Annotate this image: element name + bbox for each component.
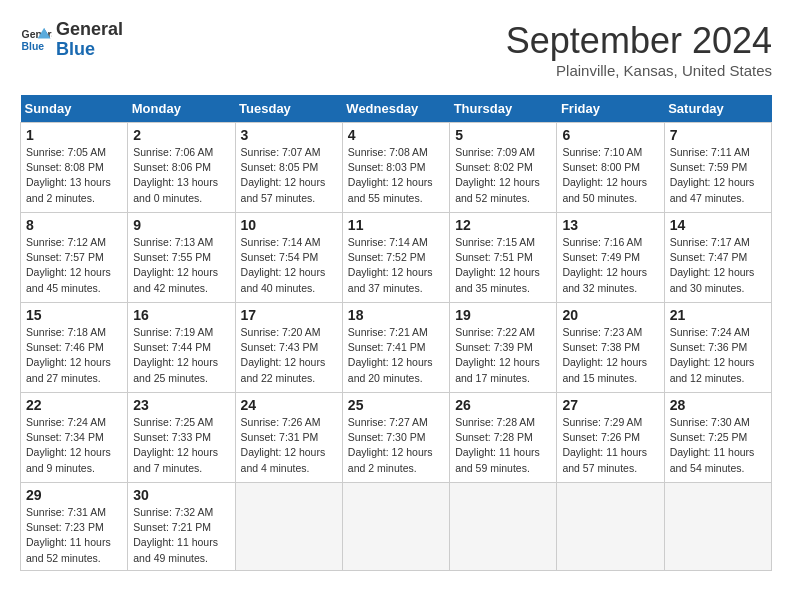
day-number: 5 bbox=[455, 127, 551, 143]
table-row: 18Sunrise: 7:21 AMSunset: 7:41 PMDayligh… bbox=[342, 303, 449, 393]
day-number: 20 bbox=[562, 307, 658, 323]
day-number: 28 bbox=[670, 397, 766, 413]
table-row: 12Sunrise: 7:15 AMSunset: 7:51 PMDayligh… bbox=[450, 213, 557, 303]
table-row: 22Sunrise: 7:24 AMSunset: 7:34 PMDayligh… bbox=[21, 393, 128, 483]
cell-info: Sunrise: 7:10 AMSunset: 8:00 PMDaylight:… bbox=[562, 146, 647, 204]
table-row: 20Sunrise: 7:23 AMSunset: 7:38 PMDayligh… bbox=[557, 303, 664, 393]
col-saturday: Saturday bbox=[664, 95, 771, 123]
table-row: 24Sunrise: 7:26 AMSunset: 7:31 PMDayligh… bbox=[235, 393, 342, 483]
cell-info: Sunrise: 7:12 AMSunset: 7:57 PMDaylight:… bbox=[26, 236, 111, 294]
table-row: 26Sunrise: 7:28 AMSunset: 7:28 PMDayligh… bbox=[450, 393, 557, 483]
table-row: 23Sunrise: 7:25 AMSunset: 7:33 PMDayligh… bbox=[128, 393, 235, 483]
day-number: 2 bbox=[133, 127, 229, 143]
calendar-row: 15Sunrise: 7:18 AMSunset: 7:46 PMDayligh… bbox=[21, 303, 772, 393]
day-number: 12 bbox=[455, 217, 551, 233]
table-row bbox=[450, 483, 557, 571]
logo-blue: Blue bbox=[56, 40, 123, 60]
day-number: 26 bbox=[455, 397, 551, 413]
table-row: 6Sunrise: 7:10 AMSunset: 8:00 PMDaylight… bbox=[557, 123, 664, 213]
day-number: 8 bbox=[26, 217, 122, 233]
day-number: 11 bbox=[348, 217, 444, 233]
calendar-header-row: Sunday Monday Tuesday Wednesday Thursday… bbox=[21, 95, 772, 123]
cell-info: Sunrise: 7:13 AMSunset: 7:55 PMDaylight:… bbox=[133, 236, 218, 294]
table-row: 27Sunrise: 7:29 AMSunset: 7:26 PMDayligh… bbox=[557, 393, 664, 483]
table-row bbox=[557, 483, 664, 571]
day-number: 23 bbox=[133, 397, 229, 413]
cell-info: Sunrise: 7:27 AMSunset: 7:30 PMDaylight:… bbox=[348, 416, 433, 474]
table-row: 7Sunrise: 7:11 AMSunset: 7:59 PMDaylight… bbox=[664, 123, 771, 213]
col-thursday: Thursday bbox=[450, 95, 557, 123]
day-number: 24 bbox=[241, 397, 337, 413]
cell-info: Sunrise: 7:11 AMSunset: 7:59 PMDaylight:… bbox=[670, 146, 755, 204]
cell-info: Sunrise: 7:06 AMSunset: 8:06 PMDaylight:… bbox=[133, 146, 218, 204]
cell-info: Sunrise: 7:20 AMSunset: 7:43 PMDaylight:… bbox=[241, 326, 326, 384]
calendar-row: 22Sunrise: 7:24 AMSunset: 7:34 PMDayligh… bbox=[21, 393, 772, 483]
day-number: 16 bbox=[133, 307, 229, 323]
month-title: September 2024 bbox=[506, 20, 772, 62]
table-row: 14Sunrise: 7:17 AMSunset: 7:47 PMDayligh… bbox=[664, 213, 771, 303]
table-row: 5Sunrise: 7:09 AMSunset: 8:02 PMDaylight… bbox=[450, 123, 557, 213]
cell-info: Sunrise: 7:32 AMSunset: 7:21 PMDaylight:… bbox=[133, 506, 218, 564]
table-row: 8Sunrise: 7:12 AMSunset: 7:57 PMDaylight… bbox=[21, 213, 128, 303]
day-number: 18 bbox=[348, 307, 444, 323]
day-number: 10 bbox=[241, 217, 337, 233]
svg-text:Blue: Blue bbox=[22, 40, 45, 51]
title-block: September 2024 Plainville, Kansas, Unite… bbox=[506, 20, 772, 79]
table-row: 9Sunrise: 7:13 AMSunset: 7:55 PMDaylight… bbox=[128, 213, 235, 303]
cell-info: Sunrise: 7:21 AMSunset: 7:41 PMDaylight:… bbox=[348, 326, 433, 384]
table-row: 4Sunrise: 7:08 AMSunset: 8:03 PMDaylight… bbox=[342, 123, 449, 213]
table-row: 16Sunrise: 7:19 AMSunset: 7:44 PMDayligh… bbox=[128, 303, 235, 393]
day-number: 6 bbox=[562, 127, 658, 143]
table-row: 29Sunrise: 7:31 AMSunset: 7:23 PMDayligh… bbox=[21, 483, 128, 571]
cell-info: Sunrise: 7:23 AMSunset: 7:38 PMDaylight:… bbox=[562, 326, 647, 384]
table-row: 30Sunrise: 7:32 AMSunset: 7:21 PMDayligh… bbox=[128, 483, 235, 571]
cell-info: Sunrise: 7:14 AMSunset: 7:52 PMDaylight:… bbox=[348, 236, 433, 294]
logo-icon: General Blue bbox=[20, 24, 52, 56]
cell-info: Sunrise: 7:25 AMSunset: 7:33 PMDaylight:… bbox=[133, 416, 218, 474]
table-row bbox=[235, 483, 342, 571]
cell-info: Sunrise: 7:18 AMSunset: 7:46 PMDaylight:… bbox=[26, 326, 111, 384]
table-row: 1Sunrise: 7:05 AMSunset: 8:08 PMDaylight… bbox=[21, 123, 128, 213]
cell-info: Sunrise: 7:15 AMSunset: 7:51 PMDaylight:… bbox=[455, 236, 540, 294]
col-sunday: Sunday bbox=[21, 95, 128, 123]
day-number: 27 bbox=[562, 397, 658, 413]
cell-info: Sunrise: 7:09 AMSunset: 8:02 PMDaylight:… bbox=[455, 146, 540, 204]
day-number: 29 bbox=[26, 487, 122, 503]
day-number: 4 bbox=[348, 127, 444, 143]
table-row bbox=[342, 483, 449, 571]
day-number: 9 bbox=[133, 217, 229, 233]
col-wednesday: Wednesday bbox=[342, 95, 449, 123]
table-row: 28Sunrise: 7:30 AMSunset: 7:25 PMDayligh… bbox=[664, 393, 771, 483]
day-number: 3 bbox=[241, 127, 337, 143]
day-number: 17 bbox=[241, 307, 337, 323]
day-number: 19 bbox=[455, 307, 551, 323]
cell-info: Sunrise: 7:14 AMSunset: 7:54 PMDaylight:… bbox=[241, 236, 326, 294]
day-number: 30 bbox=[133, 487, 229, 503]
table-row: 25Sunrise: 7:27 AMSunset: 7:30 PMDayligh… bbox=[342, 393, 449, 483]
day-number: 7 bbox=[670, 127, 766, 143]
table-row: 13Sunrise: 7:16 AMSunset: 7:49 PMDayligh… bbox=[557, 213, 664, 303]
day-number: 14 bbox=[670, 217, 766, 233]
table-row: 19Sunrise: 7:22 AMSunset: 7:39 PMDayligh… bbox=[450, 303, 557, 393]
table-row: 11Sunrise: 7:14 AMSunset: 7:52 PMDayligh… bbox=[342, 213, 449, 303]
calendar-row: 1Sunrise: 7:05 AMSunset: 8:08 PMDaylight… bbox=[21, 123, 772, 213]
table-row: 2Sunrise: 7:06 AMSunset: 8:06 PMDaylight… bbox=[128, 123, 235, 213]
cell-info: Sunrise: 7:28 AMSunset: 7:28 PMDaylight:… bbox=[455, 416, 540, 474]
cell-info: Sunrise: 7:16 AMSunset: 7:49 PMDaylight:… bbox=[562, 236, 647, 294]
day-number: 22 bbox=[26, 397, 122, 413]
calendar-row: 29Sunrise: 7:31 AMSunset: 7:23 PMDayligh… bbox=[21, 483, 772, 571]
table-row: 3Sunrise: 7:07 AMSunset: 8:05 PMDaylight… bbox=[235, 123, 342, 213]
col-monday: Monday bbox=[128, 95, 235, 123]
cell-info: Sunrise: 7:05 AMSunset: 8:08 PMDaylight:… bbox=[26, 146, 111, 204]
cell-info: Sunrise: 7:17 AMSunset: 7:47 PMDaylight:… bbox=[670, 236, 755, 294]
calendar-table: Sunday Monday Tuesday Wednesday Thursday… bbox=[20, 95, 772, 571]
day-number: 21 bbox=[670, 307, 766, 323]
cell-info: Sunrise: 7:07 AMSunset: 8:05 PMDaylight:… bbox=[241, 146, 326, 204]
table-row bbox=[664, 483, 771, 571]
calendar-row: 8Sunrise: 7:12 AMSunset: 7:57 PMDaylight… bbox=[21, 213, 772, 303]
logo: General Blue General Blue bbox=[20, 20, 123, 60]
location: Plainville, Kansas, United States bbox=[506, 62, 772, 79]
table-row: 21Sunrise: 7:24 AMSunset: 7:36 PMDayligh… bbox=[664, 303, 771, 393]
page-header: General Blue General Blue September 2024… bbox=[20, 20, 772, 79]
cell-info: Sunrise: 7:31 AMSunset: 7:23 PMDaylight:… bbox=[26, 506, 111, 564]
